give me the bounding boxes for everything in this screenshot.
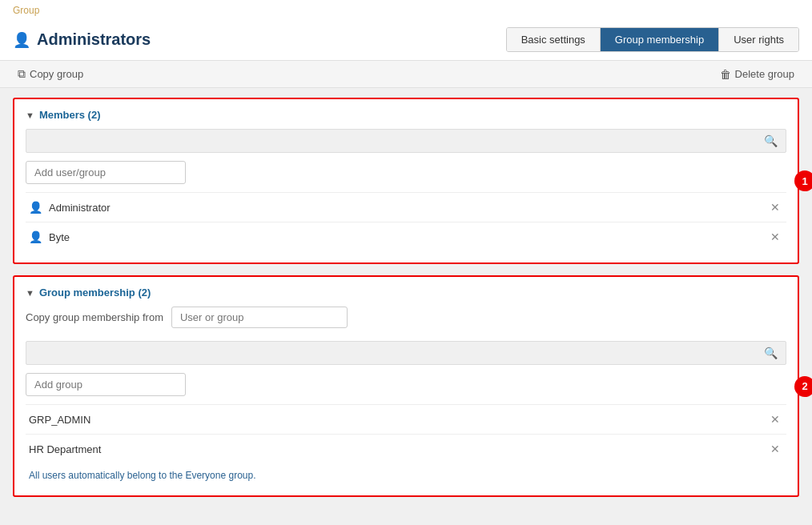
member-left: 👤 Byte — [29, 230, 70, 243]
members-section-body: 🔍 👤 Administrator ✕ 👤 Byte ✕ — [14, 129, 798, 262]
tab-basic-settings[interactable]: Basic settings — [507, 28, 601, 51]
member-name: Byte — [49, 231, 70, 243]
tab-user-rights[interactable]: User rights — [719, 28, 798, 51]
copy-group-button[interactable]: ⧉ Copy group — [13, 66, 88, 82]
remove-hr-department-button[interactable]: ✕ — [767, 441, 783, 457]
user-icon: 👤 — [29, 230, 42, 243]
section-badge-2: 2 — [794, 376, 812, 397]
group-membership-section-body: Copy group membership from 🔍 GRP_ADMIN ✕… — [14, 307, 798, 495]
group-membership-chevron-icon: ▼ — [26, 288, 34, 298]
everyone-group-info: All users automatically belong to the Ev… — [26, 463, 786, 484]
copy-group-label: Copy group — [30, 68, 83, 80]
members-list: 👤 Administrator ✕ 👤 Byte ✕ — [26, 192, 786, 251]
group-name: GRP_ADMIN — [29, 414, 90, 426]
user-icon: 👤 — [29, 201, 42, 214]
group-item: HR Department ✕ — [26, 434, 786, 463]
page-title: Administrators — [37, 30, 151, 49]
remove-grp-admin-button[interactable]: ✕ — [767, 411, 783, 427]
section-badge-1: 1 — [794, 170, 812, 191]
group-item: GRP_ADMIN ✕ — [26, 404, 786, 434]
member-item: 👤 Administrator ✕ — [26, 192, 786, 222]
copy-membership-row: Copy group membership from — [26, 307, 786, 331]
tab-group-membership[interactable]: Group membership — [601, 28, 719, 51]
members-section-title: Members (2) — [39, 109, 101, 121]
members-search-bar: 🔍 — [26, 129, 786, 153]
group-membership-search-icon: 🔍 — [764, 347, 778, 359]
copy-icon: ⧉ — [18, 67, 26, 81]
toolbar: ⧉ Copy group 🗑 Delete group — [0, 61, 812, 88]
page-header: 👤 Administrators Basic settings Group me… — [0, 21, 812, 61]
group-membership-section: ▼ Group membership (2) Copy group member… — [13, 275, 799, 497]
group-name: HR Department — [29, 443, 101, 455]
page-title-area: 👤 Administrators — [13, 30, 151, 49]
member-left: 👤 Administrator — [29, 201, 111, 214]
group-membership-section-header[interactable]: ▼ Group membership (2) — [14, 277, 798, 307]
copy-membership-label: Copy group membership from — [26, 311, 163, 323]
groups-list: GRP_ADMIN ✕ HR Department ✕ — [26, 404, 786, 463]
add-user-group-input[interactable] — [26, 161, 186, 184]
group-membership-section-title: Group membership (2) — [39, 287, 151, 299]
trash-icon: 🗑 — [720, 68, 731, 81]
members-section: ▼ Members (2) 🔍 👤 Administrator ✕ 👤 — [13, 98, 799, 264]
members-section-header[interactable]: ▼ Members (2) — [14, 99, 798, 129]
members-chevron-icon: ▼ — [26, 110, 34, 120]
remove-administrator-button[interactable]: ✕ — [767, 199, 783, 215]
breadcrumb: Group — [0, 0, 812, 21]
member-item: 👤 Byte ✕ — [26, 222, 786, 251]
main-content: ▼ Members (2) 🔍 👤 Administrator ✕ 👤 — [0, 88, 812, 525]
add-group-input[interactable] — [26, 373, 186, 396]
tab-group: Basic settings Group membership User rig… — [506, 27, 799, 52]
breadcrumb-text: Group — [13, 5, 39, 16]
members-search-icon: 🔍 — [764, 134, 778, 147]
copy-membership-input[interactable] — [171, 307, 348, 328]
delete-group-label: Delete group — [735, 68, 794, 80]
page-title-icon: 👤 — [13, 31, 30, 49]
group-membership-search-bar: 🔍 — [26, 341, 786, 365]
remove-byte-button[interactable]: ✕ — [767, 229, 783, 245]
member-name: Administrator — [49, 202, 111, 214]
delete-group-button[interactable]: 🗑 Delete group — [715, 66, 799, 82]
